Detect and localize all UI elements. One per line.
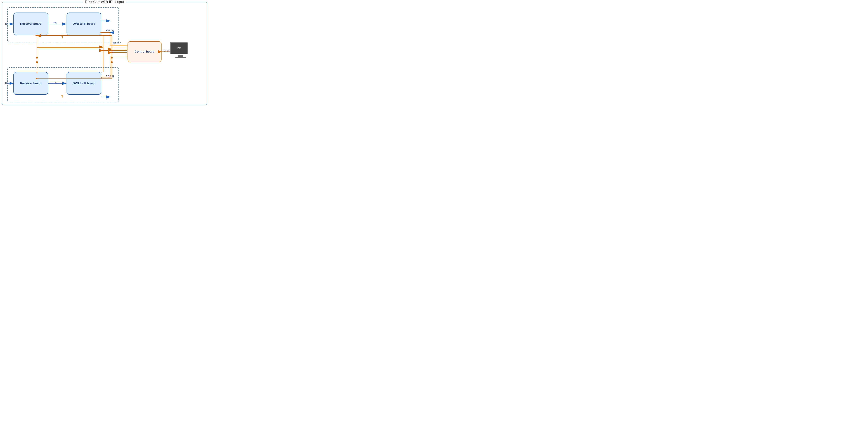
label-ts-top: TS [54,22,57,25]
group-number-3: 3 [61,94,63,98]
label-rf-bottom: RF [5,81,8,84]
label-rf-top: RF [5,23,8,25]
svg-point-25 [36,61,38,63]
dvb-ip-board-bottom: DVB to IP board [67,72,101,95]
label-ts-bottom: TS [54,81,57,84]
main-container: Receiver with IP output Receiver board D… [2,2,207,105]
receiver-board-top: Receiver board [13,12,48,35]
svg-point-24 [36,57,38,59]
group-number-1: 1 [61,35,63,39]
receiver-board-bottom: Receiver board [13,72,48,95]
main-title: Receiver with IP output [83,0,126,4]
label-rs232-top: RS-232 [106,29,114,32]
pc-screen: PC [170,42,188,54]
label-rs232-bottom: RS-232 [106,75,114,78]
label-ip-bottom: IP [106,98,108,100]
label-tcp-ip: TCP/IP [162,49,170,52]
label-rs232-middle: RS-232 [113,42,121,44]
pc: PC [170,42,191,61]
svg-point-44 [111,61,113,63]
svg-point-43 [111,57,113,59]
dvb-ip-board-top: DVB to IP board [67,12,101,35]
pc-base [176,57,186,58]
pc-stand [178,55,183,57]
label-ip-top: IP [106,20,108,22]
control-board: Control board [127,41,161,62]
